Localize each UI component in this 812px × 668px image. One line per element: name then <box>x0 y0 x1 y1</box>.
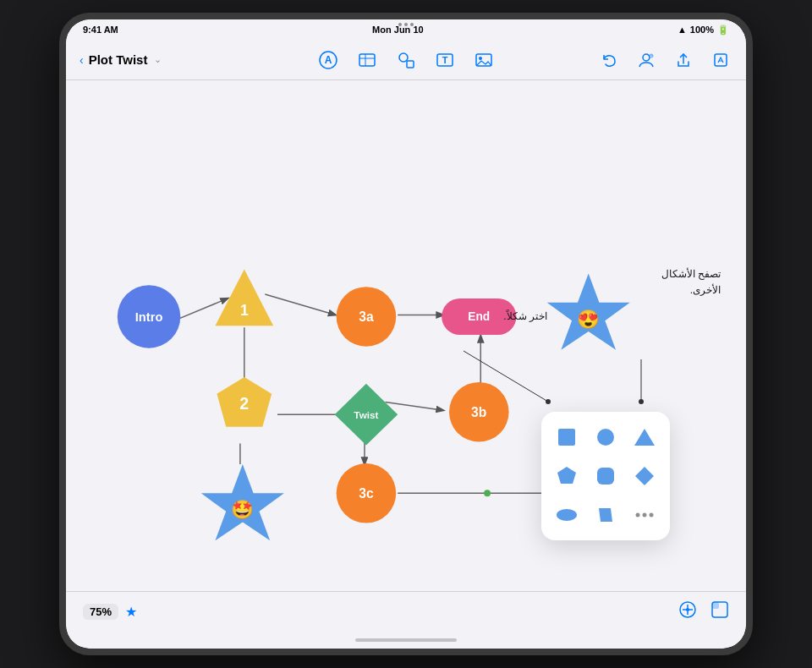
svg-line-17 <box>265 294 335 315</box>
svg-rect-14 <box>715 54 727 66</box>
text-tool-icon[interactable]: T <box>433 48 457 72</box>
svg-line-16 <box>178 298 228 320</box>
svg-point-58 <box>650 513 654 517</box>
svg-point-49 <box>597 429 614 446</box>
status-time: 9:41 AM <box>83 25 118 35</box>
svg-text:+: + <box>650 53 652 58</box>
canvas[interactable]: Intro 1 3a End 😍 2 Twist <box>66 80 746 591</box>
title-chevron-icon[interactable]: ⌄ <box>154 54 162 65</box>
svg-point-56 <box>636 513 640 517</box>
toolbar-right: + <box>573 48 732 72</box>
toolbar: ‹ Plot Twist ⌄ A <box>66 40 746 80</box>
drag-handle <box>398 23 414 26</box>
shape-picker-popup[interactable] <box>541 412 670 540</box>
table-tool-icon[interactable] <box>355 48 379 72</box>
svg-text:3c: 3c <box>359 486 374 501</box>
back-button[interactable]: ‹ <box>80 53 84 67</box>
back-chevron-icon: ‹ <box>80 53 84 67</box>
shape-diamond-btn[interactable] <box>629 461 660 491</box>
svg-rect-6 <box>407 61 414 68</box>
svg-marker-30 <box>215 270 273 326</box>
svg-marker-44 <box>201 464 284 540</box>
view-icon[interactable] <box>710 600 729 623</box>
home-bar <box>355 638 457 642</box>
shape-more-btn[interactable] <box>629 500 660 530</box>
edit-icon[interactable] <box>709 48 732 72</box>
bottom-right-icons <box>678 600 729 623</box>
svg-text:Intro: Intro <box>135 310 163 324</box>
svg-text:😍: 😍 <box>577 309 600 331</box>
svg-text:A: A <box>325 54 332 66</box>
svg-point-54 <box>557 509 577 521</box>
svg-text:🤩: 🤩 <box>231 499 254 521</box>
callout-right-text: تصفح الأشكال الأخرى. <box>661 266 721 298</box>
svg-rect-52 <box>597 468 614 485</box>
toolbar-left: ‹ Plot Twist ⌄ <box>80 52 239 67</box>
svg-text:3b: 3b <box>471 405 486 419</box>
svg-point-26 <box>484 490 491 496</box>
svg-point-10 <box>479 57 482 60</box>
svg-point-28 <box>118 285 181 348</box>
svg-text:T: T <box>442 55 448 65</box>
toolbar-center: A <box>246 48 566 72</box>
svg-text:End: End <box>468 310 490 323</box>
svg-text:2: 2 <box>239 394 249 413</box>
svg-line-21 <box>385 402 443 410</box>
share-icon[interactable] <box>672 48 695 72</box>
wifi-icon: ▲ <box>678 25 687 35</box>
shape-pentagon-btn[interactable] <box>551 461 582 491</box>
svg-point-42 <box>449 382 509 442</box>
bottom-bar: 75% ★ <box>66 591 746 632</box>
callout-left-text: اختر شكلاً. <box>503 309 547 324</box>
svg-marker-55 <box>599 508 612 522</box>
shape-triangle-btn[interactable] <box>629 422 660 452</box>
home-indicator <box>66 632 746 649</box>
shapes-tool-icon[interactable] <box>394 48 418 72</box>
svg-marker-38 <box>217 377 272 427</box>
shape-parallelogram-btn[interactable] <box>590 500 621 530</box>
battery-text: 100% <box>690 25 714 35</box>
svg-point-66 <box>686 608 689 611</box>
svg-point-60 <box>546 399 551 404</box>
ipad-screen: 9:41 AM Mon Jun 10 ▲ 100% 🔋 ‹ Plot Twist… <box>66 19 746 649</box>
document-title[interactable]: Plot Twist <box>89 52 148 67</box>
alpha-tool-icon[interactable]: A <box>316 48 340 72</box>
collaborate-icon[interactable]: + <box>634 48 658 72</box>
zoom-bookmark-icon[interactable]: ★ <box>125 604 137 620</box>
ipad-frame: 9:41 AM Mon Jun 10 ▲ 100% 🔋 ‹ Plot Twist… <box>59 13 753 655</box>
svg-rect-2 <box>359 54 375 66</box>
svg-point-62 <box>639 399 644 404</box>
svg-marker-50 <box>634 429 655 446</box>
svg-point-11 <box>643 54 650 61</box>
undo-icon[interactable] <box>597 48 621 72</box>
svg-text:Twist: Twist <box>354 409 378 420</box>
arrange-icon[interactable] <box>678 600 697 623</box>
status-right: ▲ 100% 🔋 <box>678 25 729 36</box>
shape-oval-btn[interactable] <box>551 500 582 530</box>
image-tool-icon[interactable] <box>472 48 496 72</box>
svg-point-5 <box>399 53 408 62</box>
battery-icon: 🔋 <box>717 25 729 36</box>
shape-square-btn[interactable] <box>551 422 582 452</box>
svg-rect-68 <box>712 602 719 609</box>
svg-line-59 <box>464 351 548 402</box>
shape-circle-btn[interactable] <box>590 422 621 452</box>
shape-rounded-square-btn[interactable] <box>590 461 621 491</box>
svg-marker-51 <box>557 467 576 484</box>
svg-point-32 <box>337 287 397 347</box>
svg-text:1: 1 <box>240 302 249 319</box>
svg-point-57 <box>643 513 647 517</box>
svg-marker-40 <box>335 384 398 446</box>
svg-point-46 <box>337 463 397 523</box>
svg-rect-48 <box>558 429 575 446</box>
zoom-value: 75% <box>83 604 118 620</box>
svg-text:3a: 3a <box>359 309 374 324</box>
zoom-indicator: 75% ★ <box>83 604 137 620</box>
svg-marker-53 <box>635 467 654 485</box>
svg-marker-36 <box>547 273 630 349</box>
